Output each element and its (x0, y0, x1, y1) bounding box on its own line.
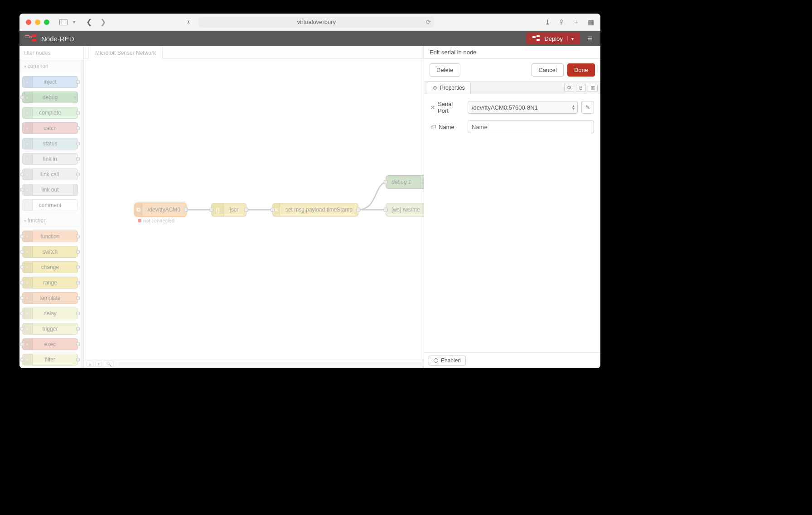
deploy-button[interactable]: Deploy ▾ (526, 33, 580, 44)
output-port[interactable] (184, 208, 188, 212)
input-port[interactable] (20, 96, 24, 99)
output-port[interactable] (76, 235, 80, 238)
input-port[interactable] (384, 180, 388, 184)
palette-scroll[interactable]: common ◦inject◦debug◦complete◦catch◦stat… (19, 60, 83, 368)
delete-button[interactable]: Delete (430, 63, 460, 77)
palette-node-catch[interactable]: ◦catch (22, 122, 78, 134)
maximize-window-button[interactable] (44, 19, 49, 25)
nav-back-button[interactable]: ❮ (86, 18, 92, 26)
palette-node-icon: ◦ (23, 169, 33, 180)
flow-node-websocket[interactable]: [ws] /ws/me (386, 203, 424, 217)
tab-appearance-icon[interactable]: ▥ (588, 84, 598, 92)
output-port[interactable] (76, 173, 80, 176)
downloads-icon[interactable]: ⤓ (545, 18, 551, 26)
output-port[interactable] (76, 142, 80, 145)
input-port[interactable] (20, 296, 24, 300)
privacy-shield-icon[interactable]: ⛨ (186, 19, 192, 25)
output-port[interactable] (76, 358, 80, 361)
done-button[interactable]: Done (567, 63, 595, 77)
deploy-caret-icon[interactable]: ▾ (567, 36, 574, 41)
palette-category-function[interactable]: function (19, 215, 81, 227)
output-port[interactable] (76, 126, 80, 130)
palette-node-debug[interactable]: ◦debug (22, 91, 78, 103)
palette-node-label: link out (41, 187, 58, 193)
enabled-toggle[interactable]: Enabled (429, 356, 466, 366)
output-port[interactable] (76, 111, 80, 115)
flow-node-json[interactable]: {} json (211, 203, 246, 217)
palette-node-comment[interactable]: ◦comment (22, 199, 78, 211)
input-port[interactable] (20, 312, 24, 315)
output-port[interactable] (244, 208, 248, 212)
palette-node-link-call[interactable]: ◦link call (22, 168, 78, 180)
flow-node-serial-in[interactable]: ⧉ /dev/ttyACM0 not connected (135, 203, 186, 217)
sidebar-menu-chevron-icon[interactable]: ▾ (73, 19, 75, 24)
serial-port-select[interactable]: /dev/ttyACM0:57600-8N1 ▴▾ (468, 101, 578, 114)
input-port[interactable] (209, 208, 213, 212)
palette-node-status[interactable]: ◦status (22, 138, 78, 149)
output-port[interactable] (76, 250, 80, 254)
url-field[interactable]: virtualoverbury ⟳ (199, 17, 435, 28)
properties-tab[interactable]: ⚙ Properties (427, 82, 471, 94)
palette-node-filter[interactable]: ◦filter (22, 354, 78, 366)
footer-down-button[interactable]: ▾ (95, 361, 102, 367)
input-port[interactable] (20, 250, 24, 254)
palette-node-function[interactable]: ◦function (22, 231, 78, 242)
footer-up-button[interactable]: ▴ (87, 361, 93, 367)
palette-node-range[interactable]: ◦range (22, 277, 78, 289)
palette-node-complete[interactable]: ◦complete (22, 107, 78, 119)
input-port[interactable] (20, 173, 24, 176)
new-tab-icon[interactable]: ＋ (573, 18, 580, 26)
input-port[interactable] (271, 208, 275, 212)
output-port[interactable] (356, 208, 360, 212)
node-end-icon (73, 184, 77, 195)
tab-description-icon[interactable]: 🗎 (576, 84, 586, 92)
palette-node-exec[interactable]: ◦exec (22, 338, 78, 350)
palette-filter-input[interactable] (22, 49, 81, 57)
palette-node-link-out[interactable]: ◦link out (22, 184, 78, 196)
minimize-window-button[interactable] (35, 19, 40, 25)
footer-scrollbar[interactable] (118, 362, 421, 366)
output-port[interactable] (76, 265, 80, 269)
flow-node-change[interactable]: ✕ set msg.payload.timeStamp (272, 203, 358, 217)
name-input[interactable] (468, 120, 594, 133)
input-port[interactable] (384, 208, 388, 212)
edit-serial-config-button[interactable]: ✎ (581, 101, 594, 114)
tabs-overview-icon[interactable]: ▦ (588, 18, 594, 26)
palette-node-trigger[interactable]: ◦trigger (22, 323, 78, 335)
palette-category-common[interactable]: common (19, 60, 81, 72)
input-port[interactable] (20, 235, 24, 238)
input-port[interactable] (20, 281, 24, 284)
input-port[interactable] (20, 265, 24, 269)
close-window-button[interactable] (26, 19, 31, 25)
output-port[interactable] (76, 327, 80, 331)
output-port[interactable] (76, 342, 80, 346)
output-port[interactable] (76, 80, 80, 84)
palette-node-switch[interactable]: ◦switch (22, 246, 78, 258)
nav-forward-button[interactable]: ❯ (100, 18, 106, 26)
input-port[interactable] (20, 358, 24, 361)
flow-node-debug[interactable]: debug 1 (386, 175, 424, 189)
input-port[interactable] (20, 342, 24, 346)
output-port[interactable] (76, 296, 80, 300)
workspace-tab[interactable]: Micro:bit Sensor Network (88, 47, 163, 59)
palette-node-change[interactable]: ◦change (22, 261, 78, 273)
input-port[interactable] (20, 188, 24, 192)
cancel-button[interactable]: Cancel (532, 63, 563, 77)
output-port[interactable] (76, 312, 80, 315)
palette-node-delay[interactable]: ◦delay (22, 308, 78, 319)
reload-icon[interactable]: ⟳ (426, 19, 431, 25)
edit-node-panel: Edit serial in node Delete Cancel Done ⚙… (424, 46, 600, 368)
hamburger-menu-button[interactable]: ≡ (585, 34, 595, 43)
flow-canvas[interactable]: ⧉ /dev/ttyACM0 not connected {} json ✕ s… (84, 59, 424, 359)
sidebar-toggle-icon[interactable] (59, 19, 68, 25)
input-port[interactable] (20, 327, 24, 331)
footer-search-button[interactable]: 🔍 (104, 361, 114, 367)
toolbar-right-icons: ⤓ ⇪ ＋ ▦ (545, 18, 594, 26)
tab-settings-icon[interactable]: ⚙ (564, 84, 574, 92)
palette-node-inject[interactable]: ◦inject (22, 76, 78, 88)
output-port[interactable] (76, 281, 80, 284)
palette-node-link-in[interactable]: ◦link in (22, 153, 78, 165)
palette-node-template[interactable]: ◦template (22, 292, 78, 304)
output-port[interactable] (76, 157, 80, 161)
share-icon[interactable]: ⇪ (559, 18, 565, 26)
